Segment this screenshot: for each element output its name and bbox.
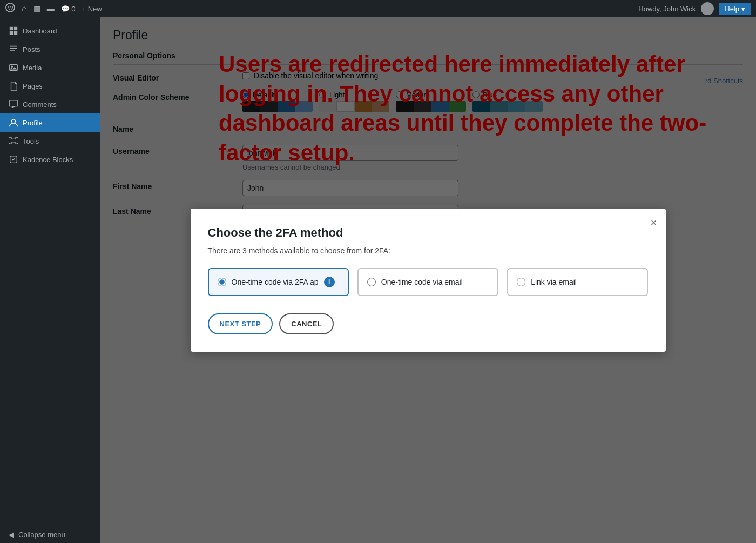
sidebar-label-comments: Comments (23, 100, 57, 109)
collapse-label: Collapse menu (18, 531, 65, 539)
sidebar-label-posts: Posts (23, 45, 40, 53)
help-button[interactable]: Help ▾ (719, 3, 751, 15)
sidebar-item-kadence[interactable]: Kadence Blocks (0, 150, 100, 169)
chevron-down-icon: ▾ (741, 5, 745, 13)
dashboard-icon-bar[interactable]: ▦ (33, 4, 40, 13)
modal-title: Choose the 2FA method (208, 226, 649, 240)
method-app-label: One-time code via 2FA ap (232, 278, 319, 286)
method-email-link[interactable]: Link via email (507, 268, 648, 296)
svg-rect-2 (10, 27, 13, 30)
svg-rect-3 (14, 27, 17, 30)
comments-icon (9, 99, 18, 109)
sidebar-label-pages: Pages (23, 82, 43, 90)
sidebar-label-kadence: Kadence Blocks (23, 156, 73, 164)
screen-options-icon[interactable]: ▬ (47, 4, 55, 13)
sidebar-item-posts[interactable]: Posts (0, 40, 100, 58)
sidebar-item-media[interactable]: Media (0, 58, 100, 77)
sidebar-item-pages[interactable]: Pages (0, 77, 100, 95)
collapse-menu-button[interactable]: ◀ Collapse menu (0, 526, 100, 543)
sidebar-item-tools[interactable]: Tools (0, 132, 100, 150)
tools-icon (9, 136, 18, 146)
svg-rect-5 (14, 31, 17, 35)
svg-point-7 (11, 65, 14, 68)
posts-icon (9, 44, 18, 54)
sidebar: Dashboard Posts Media Pages Comments Pro… (0, 17, 100, 543)
sidebar-label-dashboard: Dashboard (23, 27, 57, 35)
info-badge: i (324, 277, 335, 287)
sidebar-item-profile[interactable]: Profile (0, 113, 100, 132)
svg-rect-6 (10, 65, 17, 71)
pages-icon (9, 81, 18, 91)
sidebar-item-comments[interactable]: Comments (0, 95, 100, 113)
svg-rect-4 (10, 31, 13, 35)
wordpress-icon[interactable]: W (5, 3, 15, 15)
method-email-link-radio[interactable] (517, 278, 525, 286)
method-email-code[interactable]: One-time code via email (357, 268, 498, 296)
method-email-code-radio[interactable] (367, 278, 376, 286)
svg-point-8 (11, 119, 15, 123)
modal-buttons: NEXT STEP CANCEL (208, 313, 649, 334)
main-wrapper: Users are redirected here immediately af… (100, 17, 756, 543)
avatar (701, 2, 714, 15)
sidebar-label-media: Media (23, 64, 42, 72)
sidebar-label-profile: Profile (23, 119, 43, 127)
sidebar-item-dashboard[interactable]: Dashboard (0, 22, 100, 40)
method-email-code-label: One-time code via email (381, 278, 463, 286)
admin-bar: W ⌂ ▦ ▬ 💬 0 + New Howdy, John Wick Help … (0, 0, 756, 17)
home-icon[interactable]: ⌂ (22, 4, 27, 14)
sidebar-label-tools: Tools (23, 137, 39, 145)
modal-close-button[interactable]: × (651, 217, 657, 228)
howdy-text: Howdy, John Wick (638, 5, 696, 13)
sidebar-nav: Dashboard Posts Media Pages Comments Pro… (0, 17, 100, 526)
modal-subtitle: There are 3 methods available to choose … (208, 246, 649, 255)
method-app-radio[interactable] (218, 278, 226, 286)
new-content-button[interactable]: + New (82, 5, 102, 13)
collapse-icon: ◀ (9, 531, 14, 539)
method-email-link-label: Link via email (531, 278, 577, 286)
next-step-button[interactable]: NEXT STEP (208, 313, 273, 334)
dashboard-icon (9, 26, 18, 36)
svg-text:W: W (8, 5, 14, 11)
kadence-icon (9, 155, 18, 164)
modal-2fa: × Choose the 2FA method There are 3 meth… (191, 209, 666, 352)
profile-icon (9, 118, 18, 128)
cancel-button[interactable]: CANCEL (279, 313, 334, 334)
method-options: One-time code via 2FA ap i One-time code… (208, 268, 649, 296)
method-app[interactable]: One-time code via 2FA ap i (208, 268, 349, 296)
modal-overlay: × Choose the 2FA method There are 3 meth… (100, 17, 756, 543)
media-icon (9, 63, 18, 72)
comments-bar-count[interactable]: 💬 0 (61, 5, 76, 13)
